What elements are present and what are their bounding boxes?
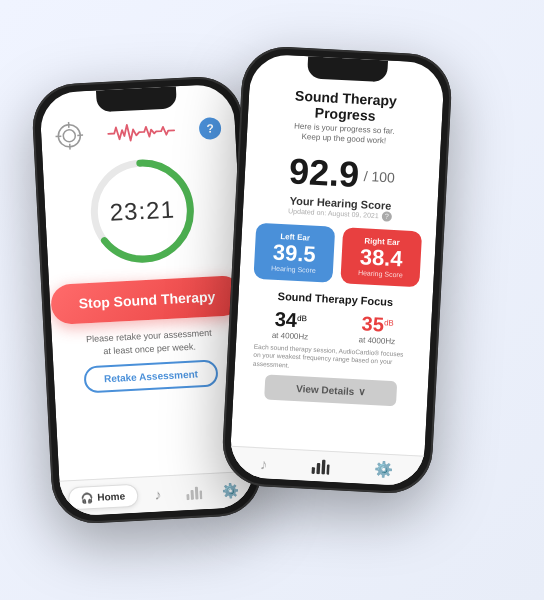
headphone-icon: 🎧 [81,492,94,504]
ring-container: 23:21 [85,153,201,269]
svg-rect-10 [195,486,199,499]
focus-right-num: 35 [361,312,384,335]
view-details-button[interactable]: View Details ∨ [264,375,398,407]
svg-rect-8 [186,494,189,500]
music-nav-right[interactable]: ♪ [260,455,268,472]
right-ear-score: 38.4 [349,244,413,271]
focus-right-freq: at 4000Hz [337,334,416,347]
settings-nav-right[interactable]: ⚙️ [374,460,394,479]
notch-right [307,56,388,82]
focus-row: 34dB at 4000Hz 35dB at 4000Hz [250,307,417,348]
question-icon[interactable]: ? [381,211,392,222]
music-nav-icon[interactable]: ♪ [142,485,175,503]
phones-container: ? 23:21 Stop Sound Therapy Please retake… [22,20,522,580]
focus-section: Sound Therapy Focus 34dB at 4000Hz 35dB … [249,289,419,377]
chart-nav-icon[interactable] [178,484,211,500]
timer-section: 23:21 [85,153,201,269]
right-content: Sound Therapy Progress Here is your prog… [231,75,444,456]
focus-right: 35dB at 4000Hz [337,311,418,347]
chevron-down-icon: ∨ [358,387,366,398]
svg-rect-14 [322,460,326,475]
stop-button[interactable]: Stop Sound Therapy [50,275,245,325]
svg-rect-15 [327,465,330,475]
timer-display: 23:21 [109,195,175,226]
left-ear-score: 39.5 [262,240,326,267]
left-bottom-nav: 🎧 Home ♪ ⚙️ [59,471,255,517]
left-header: ? [40,105,236,155]
right-phone-inner: Sound Therapy Progress Here is your prog… [229,53,445,487]
svg-rect-12 [312,467,316,474]
focus-left: 34dB at 4000Hz [250,307,331,343]
score-value: 92.9 [288,150,360,195]
left-screen: ? 23:21 Stop Sound Therapy Please retake… [39,83,255,517]
focus-left-num: 34 [274,308,297,331]
target-icon [55,121,84,150]
score-outof: / 100 [363,168,395,186]
left-phone-inner: ? 23:21 Stop Sound Therapy Please retake… [39,83,255,517]
focus-title: Sound Therapy Focus [252,289,418,310]
retake-assessment-button[interactable]: Retake Assessment [83,360,218,394]
right-screen: Sound Therapy Progress Here is your prog… [229,53,445,487]
chart-nav-right-active[interactable] [312,458,331,475]
help-button[interactable]: ? [199,117,222,140]
right-phone: Sound Therapy Progress Here is your prog… [221,45,454,495]
score-section: 92.9 / 100 [258,149,426,200]
right-ear-card: Right Ear 38.4 Hearing Score [340,227,422,287]
home-nav-button[interactable]: 🎧 Home [68,484,139,511]
focus-description: Each sound therapy session, AudioCardio®… [249,343,416,377]
notch-left [96,86,177,112]
svg-rect-11 [199,490,202,499]
left-ear-card: Left Ear 39.5 Hearing Score [253,222,335,282]
waveform-logo [83,118,200,146]
focus-left-freq: at 4000Hz [250,330,329,343]
svg-point-1 [63,130,76,143]
ear-scores-row: Left Ear 39.5 Hearing Score Right Ear 38… [253,222,422,287]
svg-rect-9 [190,489,194,499]
settings-nav-icon[interactable]: ⚙️ [214,482,247,500]
svg-rect-13 [317,463,321,474]
retake-text: Please retake your assessment at least o… [70,326,229,359]
